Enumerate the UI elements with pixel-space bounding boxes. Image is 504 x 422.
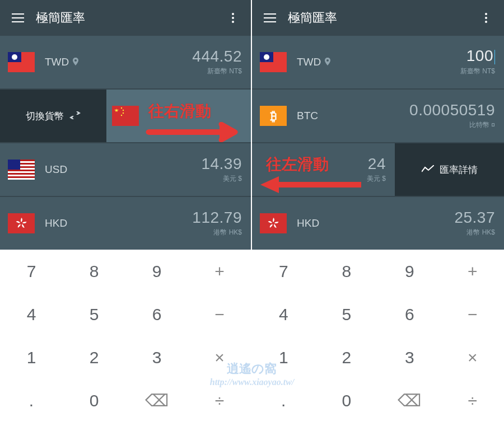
menu-icon[interactable] <box>7 7 29 29</box>
value-block: 444.52 新臺幣 NT$ <box>192 49 242 76</box>
currency-row-twd[interactable]: TWD 444.52 新臺幣 NT$ <box>0 36 251 88</box>
svg-point-8 <box>121 107 122 109</box>
key-minus[interactable]: − <box>441 293 505 336</box>
currency-value: 25.37 <box>454 210 495 226</box>
key-divide[interactable]: ÷ <box>441 379 505 422</box>
overflow-icon[interactable] <box>222 7 244 29</box>
svg-point-5 <box>12 54 17 60</box>
currency-value: 24 <box>367 156 386 172</box>
svg-rect-31 <box>260 213 287 233</box>
action-label: 切換貨幣 <box>26 110 64 123</box>
key-dot[interactable]: . <box>0 379 63 422</box>
key-plus[interactable]: + <box>441 250 505 293</box>
currency-code: HKD <box>45 217 67 229</box>
currency-row-swipe[interactable]: 24 美元 $ 匯率詳情 <box>252 143 504 196</box>
currency-list: TWD 100 新臺幣 NT$ ₿ BTC 0.00050519 比特幣 ¤ <box>252 36 504 250</box>
svg-rect-16 <box>8 171 35 173</box>
rate-detail-action[interactable]: 匯率詳情 <box>395 143 504 196</box>
key-9[interactable]: 9 <box>378 250 441 293</box>
currency-sub: 新臺幣 NT$ <box>460 67 495 76</box>
location-pin-icon <box>72 56 79 68</box>
svg-point-9 <box>123 110 124 111</box>
currency-sub: 美元 $ <box>201 174 242 184</box>
chart-line-icon <box>422 164 434 176</box>
key-2[interactable]: 2 <box>63 336 125 379</box>
value-block: 25.37 港幣 HK$ <box>454 210 495 237</box>
key-minus[interactable]: − <box>188 293 251 336</box>
flag-bitcoin: ₿ <box>260 106 287 126</box>
key-0[interactable]: 0 <box>63 379 125 422</box>
key-5[interactable]: 5 <box>63 293 125 336</box>
currency-sub: 新臺幣 NT$ <box>192 67 242 76</box>
key-dot[interactable]: . <box>252 379 315 422</box>
key-2[interactable]: 2 <box>315 336 379 379</box>
menu-icon[interactable] <box>259 7 281 29</box>
svg-point-10 <box>123 112 124 114</box>
overflow-icon[interactable] <box>475 7 497 29</box>
currency-code: HKD <box>297 217 319 229</box>
key-1[interactable]: 1 <box>0 336 63 379</box>
screen-right: 極簡匯率 TWD 100 新臺幣 NT$ ₿ <box>252 0 504 422</box>
currency-sub: 港幣 HK$ <box>192 228 242 237</box>
svg-point-28 <box>264 54 269 60</box>
key-5[interactable]: 5 <box>315 293 379 336</box>
currency-sub: 港幣 HK$ <box>454 228 495 237</box>
key-0[interactable]: 0 <box>315 379 379 422</box>
key-9[interactable]: 9 <box>125 250 188 293</box>
key-multiply[interactable]: × <box>441 336 505 379</box>
currency-sub: 美元 $ <box>367 174 386 184</box>
currency-list: TWD 444.52 新臺幣 NT$ 切換貨幣 <box>0 36 251 250</box>
text-cursor <box>494 50 495 64</box>
app-title: 極簡匯率 <box>288 10 475 26</box>
key-plus[interactable]: + <box>188 250 251 293</box>
key-multiply[interactable]: × <box>188 336 251 379</box>
swap-currency-action[interactable]: 切換貨幣 <box>0 90 106 142</box>
value-block: 100 新臺幣 NT$ <box>460 48 495 76</box>
currency-value: 14.39 <box>201 156 242 172</box>
currency-value: 112.79 <box>192 210 242 226</box>
currency-row-btc[interactable]: ₿ BTC 0.00050519 比特幣 ¤ <box>252 90 504 142</box>
currency-row-hkd[interactable]: HKD 25.37 港幣 HK$ <box>252 197 504 250</box>
svg-text:₿: ₿ <box>270 109 277 123</box>
key-divide[interactable]: ÷ <box>188 379 251 422</box>
currency-row-hkd[interactable]: HKD 112.79 港幣 HK$ <box>0 197 251 250</box>
flag-hongkong <box>260 213 287 233</box>
key-8[interactable]: 8 <box>63 250 125 293</box>
svg-rect-19 <box>8 160 20 170</box>
key-4[interactable]: 4 <box>0 293 63 336</box>
currency-value: 0.00050519 <box>409 102 495 118</box>
app-title: 極簡匯率 <box>36 10 222 26</box>
key-1[interactable]: 1 <box>252 336 315 379</box>
appbar: 極簡匯率 <box>252 0 504 36</box>
currency-row-swipe[interactable]: 切換貨幣 <box>0 90 251 142</box>
screen-left: 極簡匯率 TWD 444.52 新臺幣 NT$ <box>0 0 252 422</box>
currency-row-usd[interactable]: USD 14.39 美元 $ <box>0 143 251 196</box>
flag-china <box>112 106 139 126</box>
key-3[interactable]: 3 <box>125 336 188 379</box>
key-8[interactable]: 8 <box>315 250 379 293</box>
svg-rect-6 <box>112 106 139 126</box>
svg-point-24 <box>485 17 487 19</box>
currency-code: USD <box>45 163 67 176</box>
key-7[interactable]: 7 <box>252 250 315 293</box>
currency-code: BTC <box>297 110 318 122</box>
key-6[interactable]: 6 <box>125 293 188 336</box>
svg-point-25 <box>485 21 487 23</box>
key-6[interactable]: 6 <box>378 293 441 336</box>
appbar: 極簡匯率 <box>0 0 251 36</box>
key-4[interactable]: 4 <box>252 293 315 336</box>
flag-taiwan <box>8 52 35 72</box>
row-revealed: 24 美元 $ <box>252 143 395 196</box>
flag-taiwan <box>260 52 287 72</box>
svg-point-0 <box>232 13 234 15</box>
svg-point-1 <box>232 17 234 19</box>
key-backspace[interactable]: ⌫ <box>378 379 441 422</box>
key-backspace[interactable]: ⌫ <box>125 379 188 422</box>
key-7[interactable]: 7 <box>0 250 63 293</box>
svg-point-23 <box>485 13 487 15</box>
currency-code: TWD <box>297 56 331 68</box>
currency-row-twd[interactable]: TWD 100 新臺幣 NT$ <box>252 36 504 88</box>
key-3[interactable]: 3 <box>378 336 441 379</box>
flag-hongkong <box>8 213 35 233</box>
row-revealed <box>106 90 251 142</box>
